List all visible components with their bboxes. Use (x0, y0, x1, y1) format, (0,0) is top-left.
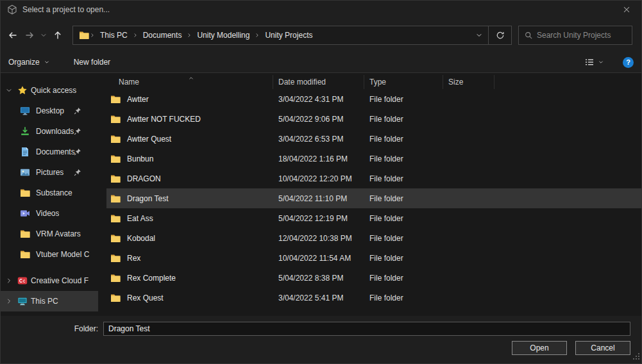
table-row[interactable]: DRAGON 10/04/2022 12:20 PM File folder (106, 169, 641, 188)
arrow-right-icon (24, 30, 35, 40)
column-header-date-modified[interactable]: Date modified (273, 75, 364, 89)
refresh-button[interactable] (488, 26, 511, 44)
sidebar-item-label: Vtuber Model C (36, 250, 89, 259)
sidebar-item-quick-access[interactable]: Quick access (1, 80, 98, 101)
chevron-down-icon (40, 32, 47, 38)
sidebar-item-downloads[interactable]: Downloads (1, 121, 98, 142)
folder-icon (110, 233, 121, 244)
file-type: File folder (364, 95, 443, 104)
folder-icon (110, 154, 121, 164)
table-row-selected[interactable]: Dragon Test 5/04/2022 11:10 PM File fold… (106, 188, 641, 208)
sidebar-item-label: Desktop (36, 106, 64, 115)
search-input[interactable] (537, 31, 626, 40)
new-folder-button[interactable]: New folder (74, 58, 110, 67)
table-row[interactable]: Eat Ass 5/04/2022 12:19 PM File folder (106, 208, 641, 228)
file-name: Kobodal (127, 234, 155, 243)
pictures-icon (20, 167, 30, 178)
back-button[interactable] (4, 26, 21, 44)
sidebar-item-videos[interactable]: Videos (1, 203, 98, 224)
sidebar-item-vtuber-model[interactable]: Vtuber Model C (1, 244, 98, 265)
table-row[interactable]: Rex Quest 3/04/2022 5:41 PM File folder (106, 288, 641, 308)
resize-grip[interactable] (632, 352, 640, 362)
sidebar-item-label: VRM Avatars (36, 229, 81, 238)
file-date: 3/04/2022 6:53 PM (273, 135, 364, 144)
column-header-name[interactable]: Name (106, 75, 273, 89)
expand-chevron-down-icon[interactable] (4, 87, 14, 94)
search-box (518, 26, 632, 45)
breadcrumb-documents[interactable]: Documents (139, 26, 187, 44)
expand-chevron-right-icon[interactable] (4, 298, 14, 304)
file-rows: Awtter 3/04/2022 4:31 PM File folder Awt… (106, 89, 641, 316)
breadcrumb-this-pc[interactable]: This PC (96, 26, 132, 44)
address-dropdown-button[interactable] (470, 26, 488, 44)
open-button[interactable]: Open (512, 341, 567, 355)
file-date: 5/04/2022 11:10 PM (273, 194, 364, 203)
sidebar-item-label: Videos (36, 209, 59, 218)
table-row[interactable]: Awtter NOT FUCKED 5/04/2022 9:06 PM File… (106, 109, 641, 129)
up-button[interactable] (49, 26, 66, 44)
folder-icon (110, 174, 121, 184)
file-name: Eat Ass (127, 214, 153, 223)
file-name: Rex Complete (127, 274, 176, 283)
pin-icon (74, 148, 81, 156)
sidebar-item-substance[interactable]: Substance (1, 183, 98, 203)
file-date: 5/04/2022 12:19 PM (273, 214, 364, 223)
file-name: Awtter Quest (127, 135, 171, 144)
table-row[interactable]: Rex 10/04/2022 11:54 AM File folder (106, 248, 641, 268)
file-date: 3/04/2022 5:41 PM (273, 294, 364, 302)
help-button[interactable] (623, 57, 634, 68)
folder-icon (20, 249, 30, 260)
sidebar-item-vrm-avatars[interactable]: VRM Avatars (1, 224, 98, 244)
table-row[interactable]: Kobodal 12/04/2022 10:38 PM File folder (106, 228, 641, 248)
file-date: 10/04/2022 12:20 PM (273, 174, 364, 183)
table-row[interactable]: Awtter Quest 3/04/2022 6:53 PM File fold… (106, 129, 641, 149)
unity-hub-app-icon (7, 4, 17, 15)
this-pc-icon (17, 296, 28, 306)
refresh-icon (496, 31, 505, 40)
breadcrumb-unity-modelling[interactable]: Unity Modelling (192, 26, 254, 44)
sidebar-item-desktop[interactable]: Desktop (1, 101, 98, 121)
address-bar[interactable]: This PC Documents Unity Modelling Unity … (72, 26, 512, 45)
sidebar-item-pictures[interactable]: Pictures (1, 162, 98, 183)
sidebar-item-label: Creative Cloud F (31, 276, 89, 285)
pin-icon (74, 169, 81, 176)
close-button[interactable] (618, 3, 635, 17)
forward-button[interactable] (21, 26, 38, 44)
sidebar-item-label: This PC (31, 297, 58, 306)
expand-chevron-right-icon[interactable] (4, 277, 14, 284)
file-date: 18/04/2022 1:16 PM (273, 154, 364, 163)
sidebar-item-documents[interactable]: Documents (1, 142, 98, 162)
organize-button[interactable]: Organize (8, 58, 49, 67)
cancel-button[interactable]: Cancel (575, 341, 630, 355)
file-name: DRAGON (127, 174, 161, 183)
table-row[interactable]: Bunbun 18/04/2022 1:16 PM File folder (106, 149, 641, 169)
column-header-type[interactable]: Type (364, 75, 443, 89)
file-type: File folder (364, 294, 443, 302)
recent-locations-button[interactable] (38, 26, 49, 44)
details-view-icon (584, 57, 595, 67)
chevron-down-icon (598, 60, 604, 65)
sidebar-item-creative-cloud[interactable]: Creative Cloud F (1, 270, 98, 291)
chevron-down-icon (476, 32, 482, 38)
file-type: File folder (364, 115, 443, 124)
folder-name-input[interactable] (103, 322, 630, 336)
chevron-right-icon (89, 33, 96, 38)
titlebar: Select a project to open... (1, 1, 641, 19)
sidebar-item-this-pc[interactable]: This PC (1, 291, 98, 311)
table-row[interactable]: Rex Complete 5/04/2022 8:38 PM File fold… (106, 268, 641, 288)
window-title: Select a project to open... (22, 5, 613, 14)
folder-icon (110, 293, 121, 303)
column-header-size[interactable]: Size (443, 75, 494, 89)
file-date: 10/04/2022 11:54 AM (273, 254, 364, 263)
table-row[interactable]: Awtter 3/04/2022 4:31 PM File folder (106, 89, 641, 109)
toolbar: Organize New folder (1, 52, 641, 73)
videos-icon (20, 208, 30, 219)
organize-label: Organize (8, 58, 40, 67)
file-type: File folder (364, 214, 443, 223)
view-options-button[interactable] (584, 57, 604, 67)
column-label: Type (369, 78, 386, 87)
breadcrumb-unity-projects[interactable]: Unity Projects (260, 26, 317, 44)
folder-icon (110, 213, 121, 224)
sidebar-item-label: Quick access (31, 86, 76, 95)
folder-icon (110, 194, 121, 204)
